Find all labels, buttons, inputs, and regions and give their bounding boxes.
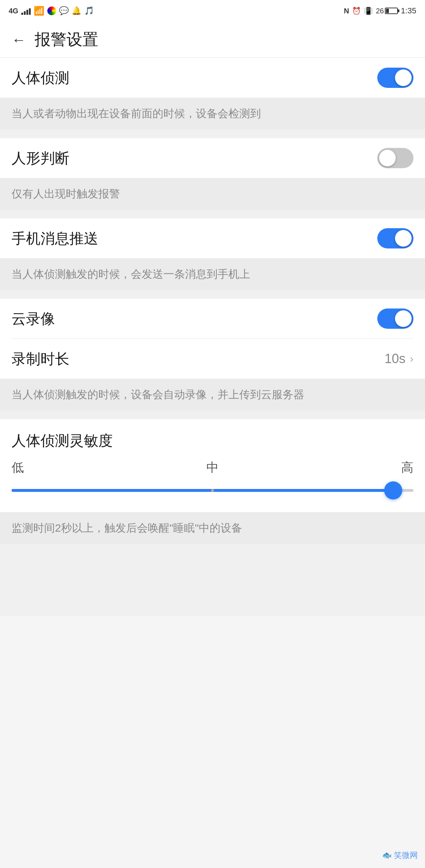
human-detection-label: 人体侦测 <box>12 68 69 88</box>
back-button[interactable]: ← <box>12 33 26 47</box>
sensitivity-slider-container[interactable] <box>12 480 413 501</box>
phone-push-toggle[interactable] <box>377 228 413 248</box>
human-detection-desc: 当人或者动物出现在设备前面的时候，设备会检测到 <box>12 107 261 119</box>
sensitivity-high-label: 高 <box>401 459 413 476</box>
human-recognition-label: 人形判断 <box>12 148 69 168</box>
slider-thumb[interactable] <box>384 481 402 499</box>
human-detection-toggle[interactable] <box>377 68 413 88</box>
bluetooth-icon: 📳 <box>364 7 373 15</box>
watermark-text: 笑微网 <box>394 850 418 861</box>
watermark-fish-icon: 🐟 <box>382 851 392 860</box>
cloud-recording-toggle[interactable] <box>377 309 413 329</box>
sensitivity-desc: 监测时间2秒以上，触发后会唤醒"睡眠"中的设备 <box>12 522 242 534</box>
sensitivity-desc-row: 监测时间2秒以上，触发后会唤醒"睡眠"中的设备 <box>0 512 425 544</box>
status-bar: 4G 📶 💬 🔔 🎵 N ⏰ 📳 26 1:35 <box>0 0 425 22</box>
record-duration-value: 10s <box>385 351 405 366</box>
human-detection-row[interactable]: 人体侦测 <box>0 58 425 98</box>
sensitivity-section: 人体侦测灵敏度 低 中 高 <box>0 419 425 512</box>
human-recognition-toggle[interactable] <box>377 148 413 168</box>
phone-push-desc: 当人体侦测触发的时候，会发送一条消息到手机上 <box>12 268 250 280</box>
app-icon-1 <box>47 7 56 15</box>
slider-track <box>12 489 413 492</box>
human-detection-desc-row: 当人或者动物出现在设备前面的时候，设备会检测到 <box>0 98 425 129</box>
slider-fill <box>12 489 393 492</box>
cloud-section: 云录像 录制时长 10s › <box>0 299 425 379</box>
wechat-icon: 💬 <box>59 6 69 16</box>
time-display: 1:35 <box>401 6 416 16</box>
sensitivity-mid-label: 中 <box>206 459 219 476</box>
page-title: 报警设置 <box>35 29 98 50</box>
phone-push-desc-row: 当人体侦测触发的时候，会发送一条消息到手机上 <box>0 258 425 290</box>
record-duration-value-container: 10s › <box>385 351 413 366</box>
human-recognition-desc-row: 仅有人出现时触发报警 <box>0 178 425 210</box>
slider-mid-dot <box>211 489 214 492</box>
human-recognition-knob <box>379 150 396 166</box>
battery-indicator: 26 <box>376 7 398 15</box>
chevron-icon: › <box>410 353 413 365</box>
human-recognition-row[interactable]: 人形判断 <box>0 138 425 178</box>
cloud-desc-row: 当人体侦测触发的时候，设备会自动录像，并上传到云服务器 <box>0 379 425 410</box>
cloud-recording-knob <box>395 310 412 327</box>
wifi-icon: 📶 <box>34 6 44 16</box>
music-icon: 🎵 <box>84 6 94 16</box>
sensitivity-title: 人体侦测灵敏度 <box>12 431 413 451</box>
battery-icon <box>385 8 398 14</box>
phone-push-label: 手机消息推送 <box>12 229 98 248</box>
human-recognition-section: 人形判断 <box>0 138 425 178</box>
cloud-recording-label: 云录像 <box>12 309 55 329</box>
phone-push-section: 手机消息推送 <box>0 218 425 258</box>
status-right: N ⏰ 📳 26 1:35 <box>344 6 416 16</box>
alarm-icon: ⏰ <box>352 7 361 15</box>
human-recognition-desc: 仅有人出现时触发报警 <box>12 188 120 200</box>
phone-push-knob <box>395 230 412 247</box>
bottom-spacer <box>0 544 425 616</box>
cloud-recording-row[interactable]: 云录像 <box>0 299 425 339</box>
sensitivity-low-label: 低 <box>12 459 24 476</box>
cloud-desc: 当人体侦测触发的时候，设备会自动录像，并上传到云服务器 <box>12 388 304 400</box>
network-label: 4G <box>9 7 18 15</box>
human-detection-knob <box>395 69 412 86</box>
phone-push-row[interactable]: 手机消息推送 <box>0 218 425 258</box>
human-detection-section: 人体侦测 <box>0 58 425 98</box>
status-left: 4G 📶 💬 🔔 🎵 <box>9 6 94 16</box>
record-duration-label: 录制时长 <box>12 349 69 369</box>
record-duration-row[interactable]: 录制时长 10s › <box>0 339 425 379</box>
settings-content: 人体侦测 当人或者动物出现在设备前面的时候，设备会检测到 人形判断 仅有人出现时… <box>0 58 425 616</box>
nfc-icon: N <box>344 7 349 15</box>
page-header: ← 报警设置 <box>0 22 425 58</box>
watermark: 🐟 笑微网 <box>382 850 418 861</box>
sensitivity-labels: 低 中 高 <box>12 459 413 476</box>
bell-icon: 🔔 <box>72 6 81 16</box>
signal-icon <box>21 7 31 15</box>
battery-level: 26 <box>376 7 384 15</box>
